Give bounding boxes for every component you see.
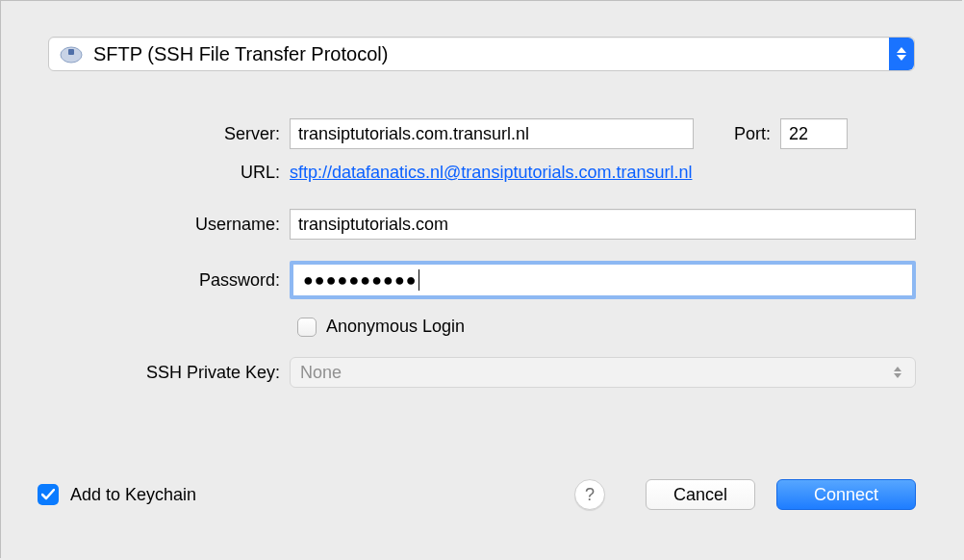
password-row: Password: ●●●●●●●●●● [1, 261, 916, 299]
protocol-select[interactable]: SFTP (SSH File Transfer Protocol) [48, 37, 915, 71]
chevron-updown-icon [889, 38, 914, 70]
keychain-checkbox[interactable] [38, 484, 59, 505]
url-link[interactable]: sftp://datafanatics.nl@transiptutorials.… [290, 163, 692, 183]
help-icon: ? [585, 485, 595, 505]
sshkey-select[interactable]: None [290, 357, 916, 388]
check-icon [41, 489, 55, 500]
server-input[interactable] [290, 118, 694, 149]
username-row: Username: [1, 209, 916, 240]
server-row: Server: Port: [1, 118, 916, 149]
port-label: Port: [723, 124, 780, 144]
username-input[interactable] [290, 209, 916, 240]
anonymous-row: Anonymous Login [1, 317, 916, 337]
disk-icon [59, 43, 84, 64]
sshkey-label: SSH Private Key: [1, 363, 290, 383]
cancel-button[interactable]: Cancel [646, 479, 755, 510]
url-row: URL: sftp://datafanatics.nl@transiptutor… [1, 163, 916, 183]
server-label: Server: [1, 124, 290, 144]
protocol-label: SFTP (SSH File Transfer Protocol) [93, 43, 889, 65]
sshkey-value: None [300, 363, 890, 383]
username-label: Username: [1, 215, 290, 235]
password-label: Password: [1, 270, 290, 291]
help-button[interactable]: ? [574, 479, 605, 510]
text-cursor [419, 269, 419, 291]
chevron-updown-icon [890, 367, 905, 378]
port-input[interactable] [780, 118, 848, 149]
anonymous-label: Anonymous Login [326, 317, 465, 337]
bottom-row: Add to Keychain ? Cancel Connect [38, 477, 916, 512]
sshkey-row: SSH Private Key: None [1, 357, 916, 388]
keychain-label: Add to Keychain [70, 485, 196, 505]
connect-button[interactable]: Connect [776, 479, 916, 510]
svg-rect-1 [68, 49, 74, 55]
protocol-row: SFTP (SSH File Transfer Protocol) [48, 37, 915, 71]
anonymous-checkbox[interactable] [297, 318, 317, 337]
password-dots: ●●●●●●●●●● [303, 270, 418, 291]
connect-label: Connect [814, 485, 878, 505]
url-label: URL: [1, 163, 290, 183]
connection-dialog: SFTP (SSH File Transfer Protocol) Server… [0, 0, 962, 558]
cancel-label: Cancel [673, 485, 727, 505]
password-input[interactable]: ●●●●●●●●●● [290, 261, 916, 299]
